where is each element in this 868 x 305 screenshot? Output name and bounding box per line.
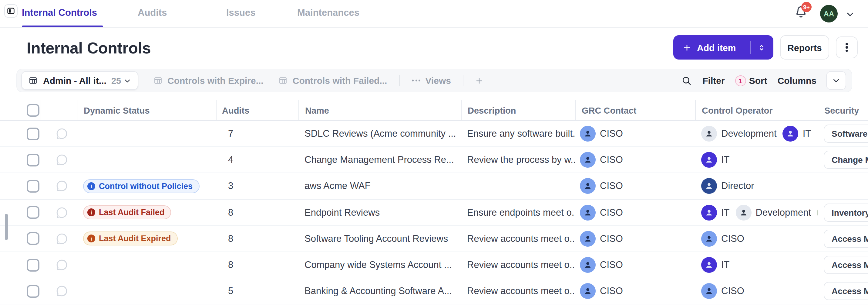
comment-icon[interactable] <box>55 284 68 298</box>
row-checkbox[interactable] <box>27 285 39 297</box>
table-row[interactable]: 4Change Management Process Re...Review t… <box>0 147 868 173</box>
table-row[interactable]: 7SDLC Reviews (Acme community ...Ensure … <box>0 121 868 147</box>
cell-grc-contact: CISO <box>575 121 695 146</box>
control-name[interactable]: Software Tooling Account Reviews <box>305 233 448 244</box>
security-tag: Inventory <box>824 203 868 221</box>
cell-comment <box>41 147 78 172</box>
audits-count: 8 <box>228 259 233 270</box>
person-avatar <box>783 126 799 142</box>
sidebar-toggle-button[interactable] <box>4 4 18 18</box>
column-header-dynamic-status[interactable]: Dynamic Status <box>78 100 216 120</box>
collapse-toolbar-button[interactable] <box>826 71 846 90</box>
control-name[interactable]: Company wide Systems Account ... <box>305 259 452 270</box>
row-checkbox[interactable] <box>27 232 39 245</box>
row-checkbox[interactable] <box>27 180 39 193</box>
column-header-control-operator[interactable]: Control Operator <box>695 100 818 120</box>
control-name[interactable]: Banking & Accounting Software A... <box>305 285 452 297</box>
control-operator: Director <box>701 178 754 194</box>
control-name[interactable]: aws Acme WAF <box>305 181 371 192</box>
cell-dynamic-status: iControl without Policies <box>78 173 216 199</box>
table-row[interactable]: iLast Audit Failed8Endpoint ReviewsEnsur… <box>0 200 868 226</box>
account-menu-chevron-icon[interactable] <box>845 9 855 22</box>
row-checkbox[interactable] <box>27 206 39 219</box>
cell-dynamic-status: iLast Audit Expired <box>78 226 216 252</box>
column-header-description[interactable]: Description <box>461 100 575 120</box>
control-operator: Development <box>701 126 777 142</box>
column-header-name[interactable]: Name <box>299 100 461 120</box>
table-row[interactable]: iControl without Policies3aws Acme WAFCI… <box>0 173 868 200</box>
column-header-audits[interactable]: Audits <box>216 100 299 120</box>
filter-button[interactable]: Filter <box>703 75 724 86</box>
table-row[interactable]: 5Banking & Accounting Software A...Revie… <box>0 278 868 304</box>
info-icon: i <box>87 209 95 216</box>
comment-icon[interactable] <box>55 258 68 272</box>
comment-icon[interactable] <box>55 179 68 193</box>
cell-security <box>818 173 868 199</box>
cell-name: aws Acme WAF <box>299 173 461 199</box>
plus-icon <box>682 43 691 52</box>
comment-icon[interactable] <box>55 127 68 140</box>
search-icon[interactable] <box>681 75 692 86</box>
table-row[interactable]: 8Company wide Systems Account ...Review … <box>0 252 868 278</box>
button-divider <box>750 41 751 54</box>
control-operator: CISO <box>701 231 744 247</box>
control-name[interactable]: Endpoint Reviews <box>305 207 380 218</box>
control-name[interactable]: Change Management Process Re... <box>305 155 454 166</box>
grc-contact-label: CISO <box>600 285 623 297</box>
cell-control-operator: DevelopmentIT <box>695 121 818 146</box>
cell-security: Inventory <box>818 200 868 225</box>
row-checkbox[interactable] <box>27 154 39 166</box>
control-description: Ensure endpoints meet o... <box>467 207 575 218</box>
dynamic-status-label: Last Audit Failed <box>99 208 165 217</box>
tab-issues[interactable]: Issues <box>226 0 256 26</box>
cell-security: Software <box>818 121 868 146</box>
control-operator-label: CISO <box>721 285 744 297</box>
control-name[interactable]: SDLC Reviews (Acme community ... <box>305 128 456 139</box>
cell-audits: 8 <box>216 226 299 252</box>
view-controls-with-expired[interactable]: Controls with Expire... <box>153 75 264 86</box>
control-operator: IT <box>783 126 811 142</box>
active-view-pill[interactable]: Admin - All it... 25 <box>21 71 138 90</box>
views-menu-button[interactable]: Views <box>412 75 451 86</box>
person-avatar <box>701 204 717 220</box>
cell-name: Change Management Process Re... <box>299 147 461 172</box>
control-operator-label: IT <box>721 155 730 166</box>
cell-name: Company wide Systems Account ... <box>299 252 461 278</box>
cell-grc-contact: CISO <box>575 226 695 252</box>
cell-comment <box>41 252 78 278</box>
scrollbar-thumb[interactable] <box>5 214 8 240</box>
columns-button[interactable]: Columns <box>778 75 816 86</box>
more-actions-button[interactable] <box>836 36 858 58</box>
cell-grc-contact: CISO <box>575 278 695 304</box>
tab-internal-controls[interactable]: Internal Controls <box>22 0 97 26</box>
comment-icon[interactable] <box>55 154 68 167</box>
person-avatar <box>701 231 717 247</box>
cell-dynamic-status <box>78 278 216 304</box>
comment-icon[interactable] <box>55 206 68 219</box>
add-item-button[interactable]: Add item <box>673 35 773 59</box>
select-all-checkbox[interactable] <box>27 104 39 117</box>
internal-controls-page: Internal Controls Audits Issues Maintena… <box>0 0 868 305</box>
cell-checkbox <box>0 252 41 278</box>
user-avatar[interactable]: AA <box>820 5 838 23</box>
sort-button[interactable]: Sort <box>749 75 767 86</box>
view-controls-with-failed[interactable]: Controls with Failed... <box>279 75 387 86</box>
security-tag: Software <box>824 124 868 143</box>
add-view-button[interactable] <box>475 76 484 85</box>
grc-contact-label: CISO <box>600 259 623 270</box>
up-down-chevrons-icon[interactable] <box>757 43 766 52</box>
row-checkbox[interactable] <box>27 258 39 271</box>
cell-checkbox <box>0 278 41 304</box>
comment-icon[interactable] <box>55 232 68 246</box>
column-header-grc-contact[interactable]: GRC Contact <box>575 100 695 120</box>
row-checkbox[interactable] <box>27 127 39 140</box>
notifications-button[interactable]: 9+ <box>794 5 810 21</box>
tab-maintenances[interactable]: Maintenances <box>297 0 360 26</box>
tab-audits[interactable]: Audits <box>138 0 167 26</box>
control-description: Review the process by w... <box>467 155 575 166</box>
audits-count: 4 <box>228 155 233 166</box>
column-header-security[interactable]: Security <box>818 100 868 120</box>
grc-contact-label: CISO <box>600 181 623 192</box>
table-row[interactable]: iLast Audit Expired8Software Tooling Acc… <box>0 226 868 252</box>
reports-button[interactable]: Reports <box>780 35 829 59</box>
